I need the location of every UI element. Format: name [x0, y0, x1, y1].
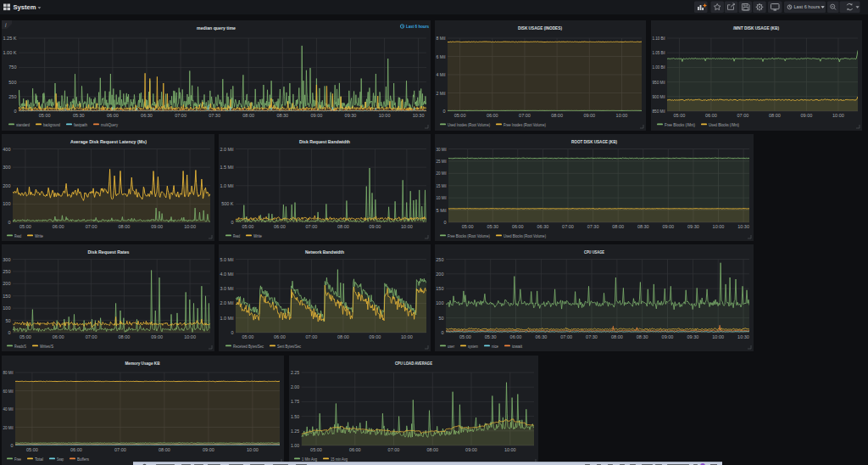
svg-text:1.25 K: 1.25 K	[3, 36, 17, 41]
svg-text:5 Mil: 5 Mil	[437, 208, 447, 213]
svg-text:Memory Usage KB: Memory Usage KB	[125, 361, 160, 366]
svg-text:07:30: 07:30	[209, 113, 220, 118]
svg-text:CPU LOAD AVERAGE: CPU LOAD AVERAGE	[395, 361, 432, 366]
svg-text:06:00: 06:00	[53, 224, 64, 229]
svg-text:09:30: 09:30	[345, 113, 357, 118]
svg-text:50: 50	[438, 316, 443, 321]
svg-text:8 Mil: 8 Mil	[437, 36, 446, 41]
svg-text:Read: Read	[233, 233, 240, 238]
svg-text:Write: Write	[253, 233, 262, 238]
svg-text:100: 100	[3, 201, 10, 206]
svg-text:Used Blocks (/Mnt): Used Blocks (/Mnt)	[709, 122, 739, 127]
svg-text:10 Mil: 10 Mil	[437, 195, 447, 200]
svg-text:05:00: 05:00	[459, 334, 471, 339]
svg-text:07:00: 07:00	[86, 224, 97, 229]
svg-text:300: 300	[3, 257, 10, 262]
svg-text:250: 250	[436, 257, 443, 262]
svg-text:10:00: 10:00	[504, 447, 516, 452]
svg-text:09:00: 09:00	[151, 334, 163, 339]
svg-text:2.25: 2.25	[291, 370, 299, 375]
svg-text:System: System	[14, 3, 36, 11]
svg-text:08:00: 08:00	[159, 447, 170, 452]
svg-text:05:00: 05:00	[19, 334, 31, 339]
svg-text:40 Mil: 40 Mil	[3, 406, 14, 412]
svg-text:200: 200	[3, 183, 10, 188]
svg-text:05:00: 05:00	[454, 113, 466, 118]
svg-text:0: 0	[8, 330, 10, 335]
svg-text:09:30: 09:30	[687, 334, 699, 339]
svg-text:Disk Request Rates: Disk Request Rates	[88, 249, 130, 255]
svg-text:08:00: 08:00	[769, 113, 781, 118]
svg-text:09:00: 09:00	[151, 224, 163, 229]
svg-text:Free: Free	[14, 457, 21, 462]
svg-text:Used Blocks (Root Volume): Used Blocks (Root Volume)	[504, 233, 546, 238]
svg-text:0: 0	[443, 220, 446, 225]
svg-text:1.00: 1.00	[291, 443, 299, 448]
svg-text:950 Mil: 950 Mil	[653, 80, 665, 85]
svg-text:10:30: 10:30	[413, 113, 425, 118]
svg-text:05:30: 05:30	[485, 334, 497, 339]
svg-text:10:00: 10:00	[379, 113, 391, 118]
svg-text:07:30: 07:30	[587, 224, 599, 229]
svg-text:1.00 K: 1.00 K	[3, 50, 17, 55]
svg-text:06:30: 06:30	[141, 113, 153, 118]
svg-text:ROOT DISK USAGE (KB): ROOT DISK USAGE (KB)	[571, 139, 617, 144]
svg-text:10:30: 10:30	[737, 224, 749, 229]
svg-text:/MNT DISK USAGE (KB): /MNT DISK USAGE (KB)	[733, 25, 779, 31]
svg-text:06:00: 06:00	[512, 224, 524, 229]
svg-text:09:30: 09:30	[687, 224, 699, 229]
svg-text:10:00: 10:00	[401, 224, 413, 229]
svg-text:06:30: 06:30	[536, 334, 548, 339]
svg-text:08:00: 08:00	[612, 224, 624, 229]
svg-text:iowait: iowait	[512, 344, 523, 349]
svg-text:0: 0	[442, 109, 445, 114]
svg-text:Reads/S: Reads/S	[14, 344, 26, 349]
svg-text:08:00: 08:00	[337, 334, 349, 339]
svg-text:60 Mil: 60 Mil	[3, 389, 14, 394]
svg-text:system: system	[468, 344, 478, 349]
svg-text:0: 0	[441, 330, 443, 335]
svg-text:10:00: 10:00	[712, 334, 724, 339]
svg-text:05:00: 05:00	[242, 334, 254, 339]
svg-text:07:00: 07:00	[306, 224, 318, 229]
svg-text:08:00: 08:00	[119, 334, 131, 339]
svg-text:1.5 Mil: 1.5 Mil	[220, 165, 234, 170]
svg-text:2.0 Mil: 2.0 Mil	[220, 147, 234, 152]
svg-text:background: background	[43, 122, 60, 127]
svg-text:Total: Total	[35, 457, 43, 462]
svg-text:08:00: 08:00	[551, 113, 563, 118]
svg-text:Free Blocks (Root Volume): Free Blocks (Root Volume)	[448, 233, 490, 238]
svg-text:250: 250	[8, 94, 16, 99]
svg-text:09:00: 09:00	[801, 113, 813, 118]
svg-text:08:30: 08:30	[637, 334, 648, 339]
svg-text:multiQuery: multiQuery	[101, 122, 118, 127]
svg-text:Average Disk Request Latency (: Average Disk Request Latency (Ms)	[70, 139, 147, 144]
svg-text:07:00: 07:00	[562, 224, 574, 229]
svg-text:Disk Request Bandwidth: Disk Request Bandwidth	[299, 139, 350, 144]
svg-text:10:00: 10:00	[401, 334, 413, 339]
svg-text:30 Mil: 30 Mil	[437, 147, 447, 152]
svg-text:06:30: 06:30	[537, 224, 549, 229]
svg-text:standard: standard	[16, 122, 30, 127]
svg-text:4 Mil: 4 Mil	[437, 72, 446, 77]
svg-text:10:00: 10:00	[832, 113, 844, 118]
svg-text:200: 200	[3, 281, 10, 286]
svg-text:09:00: 09:00	[370, 224, 381, 229]
svg-text:150: 150	[436, 286, 443, 291]
svg-text:150: 150	[3, 294, 10, 299]
svg-text:nice: nice	[492, 344, 498, 349]
svg-text:Read: Read	[14, 233, 21, 238]
svg-text:08:00: 08:00	[119, 224, 131, 229]
svg-text:Free Blocks (/Mnt): Free Blocks (/Mnt)	[665, 122, 695, 127]
svg-text:05:00: 05:00	[26, 447, 38, 452]
svg-text:05:00: 05:00	[310, 447, 322, 452]
svg-text:Writes/S: Writes/S	[40, 344, 54, 349]
svg-text:06:00: 06:00	[274, 224, 286, 229]
svg-text:09:00: 09:00	[311, 113, 323, 118]
svg-text:15 Mil: 15 Mil	[437, 183, 447, 188]
svg-text:fastpath: fastpath	[74, 122, 87, 127]
svg-text:1.05 Bil: 1.05 Bil	[653, 50, 665, 55]
svg-text:850 Mil: 850 Mil	[653, 109, 665, 114]
svg-text:Used Inodes (Root Volume): Used Inodes (Root Volume)	[448, 122, 490, 127]
svg-text:5.0 Mil: 5.0 Mil	[220, 257, 234, 262]
